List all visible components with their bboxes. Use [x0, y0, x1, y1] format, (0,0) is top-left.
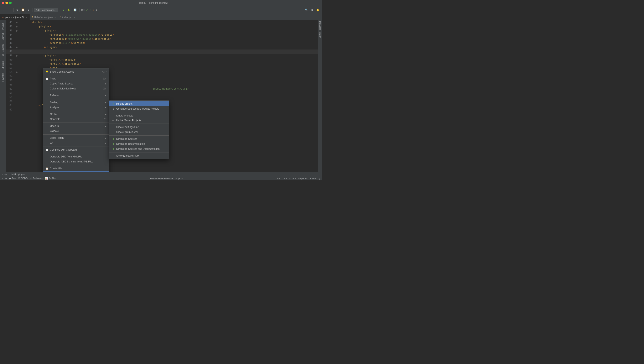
- statusbar-git-button[interactable]: ⑂ Git: [2, 177, 7, 180]
- dtd-icon: [45, 155, 49, 158]
- main-layout: Project Commit Pull Requests Structure F…: [0, 20, 322, 172]
- sidebar-item-favorites[interactable]: Favorites: [2, 71, 4, 83]
- tab-close-index[interactable]: ×: [74, 16, 75, 18]
- submenu-unlink-maven[interactable]: — Unlink Maven Projects: [109, 118, 169, 123]
- todo-icon: ☑: [18, 177, 20, 180]
- git-branch-icon: ⑂: [2, 177, 3, 180]
- menu-sep-0: [43, 75, 109, 75]
- editor-area[interactable]: 41 <build> 42 <plugins> 43 <plugin>: [6, 20, 318, 172]
- tabbar: m pom.xml (demo3) × J HelloServlet.java …: [0, 14, 322, 20]
- jsp-icon: J: [60, 16, 61, 18]
- settings-button[interactable]: ⚙: [15, 8, 20, 12]
- statusbar-profiler-button[interactable]: 📊 Profiler: [45, 177, 56, 180]
- notifications-button[interactable]: 🔔: [315, 8, 320, 12]
- coverage-button[interactable]: 📊: [72, 8, 78, 12]
- maximize-button[interactable]: [9, 2, 12, 4]
- debug-button[interactable]: 🐛: [66, 8, 72, 12]
- submenu-ignore-projects[interactable]: Ignore Projects: [109, 113, 169, 118]
- sidebar-item-pull-requests[interactable]: Pull Requests: [2, 43, 4, 59]
- tab-pom-xml[interactable]: m pom.xml (demo3) ×: [0, 14, 30, 20]
- menu-item-git[interactable]: Git ▶: [43, 140, 109, 146]
- statusbar-todo-button[interactable]: ☑ TODO: [18, 177, 28, 180]
- menu-sep-8: [43, 165, 109, 165]
- menu-item-analyze[interactable]: Analyze ▶: [43, 105, 109, 110]
- back-button[interactable]: ←: [2, 8, 6, 12]
- folding-icon: [45, 101, 49, 104]
- git-check-icon: ✓: [86, 8, 88, 12]
- submenu-generate-sources[interactable]: ⚙ Generate Sources and Update Folders: [109, 106, 169, 111]
- toolbar-separator-3: [60, 8, 60, 12]
- tab-close-pom[interactable]: ×: [26, 16, 28, 18]
- add-configuration-button[interactable]: Add Configuration...: [34, 8, 58, 12]
- code-line-48: 48: [6, 50, 318, 54]
- menu-item-paste[interactable]: 📋 Paste ⌘V: [43, 76, 109, 81]
- minimize-button[interactable]: [6, 2, 8, 4]
- menu-item-generate-dtd[interactable]: Generate DTD from XML File: [43, 154, 109, 159]
- tab-close-hello[interactable]: ×: [54, 16, 56, 18]
- menu-item-copy-paste-special[interactable]: Copy / Paste Special ▶: [43, 81, 109, 86]
- menu-item-show-context[interactable]: 💡 Show Context Actions ⌥↩: [43, 69, 109, 74]
- ignore-icon: [112, 114, 115, 117]
- event-log-button[interactable]: Event Log: [310, 177, 320, 180]
- git-icon: [45, 141, 49, 144]
- sidebar-item-maven[interactable]: Maven: [319, 31, 321, 39]
- code-line-51: 51 <arti…>…</artifactId>: [6, 62, 318, 66]
- refresh-button[interactable]: ↺: [26, 8, 30, 12]
- submenu-download-docs[interactable]: ⬇ Download Documentation: [109, 142, 169, 146]
- statusbar-problems-button[interactable]: ⚠ Problems: [30, 177, 43, 180]
- run-button[interactable]: ▶: [62, 8, 66, 12]
- profiler-icon: 📊: [45, 177, 48, 180]
- xml-icon: m: [2, 16, 4, 18]
- sidebar-item-commit[interactable]: Commit: [2, 32, 4, 42]
- code-line-47: 47 </plugin>: [6, 45, 318, 50]
- menu-item-compare-clipboard[interactable]: 📋 Compare with Clipboard: [43, 147, 109, 152]
- submenu-sep-2: [109, 124, 169, 124]
- statusbar-run-button[interactable]: ▶ Run: [9, 177, 16, 180]
- code-line-50: 50 <grou…>…</groupId>: [6, 58, 318, 62]
- menu-item-column-selection[interactable]: Column Selection Mode ⇧⌘8: [43, 86, 109, 91]
- forward-button[interactable]: →: [7, 8, 12, 12]
- line-ending: LF: [284, 177, 287, 180]
- submenu-download-sources[interactable]: ⬇ Download Sources: [109, 136, 169, 142]
- vcs-button[interactable]: 🔀: [20, 8, 26, 12]
- breadcrumb-bar: project › build › plugins: [0, 172, 322, 176]
- git-extra-icon: ⊕: [96, 8, 97, 11]
- menu-item-refactor[interactable]: Refactor ▶: [43, 93, 109, 98]
- problems-icon: ⚠: [30, 177, 32, 180]
- context-menu: 💡 Show Context Actions ⌥↩ 📋 Paste ⌘V Cop…: [43, 68, 109, 172]
- menu-item-open-in[interactable]: Open In ▶: [43, 124, 109, 128]
- submenu-reload-project[interactable]: ↺ Reload project: [109, 101, 169, 106]
- sidebar-item-project[interactable]: Project: [2, 22, 4, 31]
- menu-sep-5: [43, 134, 109, 134]
- menu-item-validate[interactable]: Validate: [43, 128, 109, 134]
- close-button[interactable]: [2, 2, 4, 4]
- tab-index-jsp[interactable]: J index.jsp ×: [58, 14, 78, 20]
- tab-hello-servlet[interactable]: J HelloServlet.java ×: [30, 14, 58, 20]
- submenu-create-profiles[interactable]: Create 'profiles.xml': [109, 130, 169, 134]
- submenu-show-pom[interactable]: Show Effective POM: [109, 153, 169, 158]
- menu-item-generate-xsd[interactable]: Generate XSD Schema from XML File...: [43, 159, 109, 164]
- sidebar-item-database[interactable]: Database: [319, 20, 321, 31]
- settings-xml-icon: [112, 126, 115, 129]
- run-status-icon: ▶: [9, 177, 11, 180]
- search-everywhere-button[interactable]: 🔍: [304, 8, 309, 12]
- menu-item-goto[interactable]: Go To ▶: [43, 112, 109, 117]
- submenu-create-settings[interactable]: Create 'settings.xml': [109, 124, 169, 130]
- menu-item-local-history[interactable]: Local History ▶: [43, 136, 109, 140]
- code-line-49: 49 <plugin>: [6, 54, 318, 58]
- submenu-download-both[interactable]: ⬇ Download Sources and Documentation: [109, 146, 169, 152]
- menu-item-generate[interactable]: Generate... ^N: [43, 117, 109, 122]
- sidebar-item-structure[interactable]: Structure: [2, 59, 4, 71]
- submenu-sep-1: [109, 112, 169, 112]
- breadcrumb-project: project: [2, 173, 8, 176]
- settings-gear-button[interactable]: ⚙: [310, 8, 314, 12]
- analyze-icon: [45, 106, 49, 109]
- menu-sep-1: [43, 92, 109, 92]
- statusbar: ⑂ Git ▶ Run ☑ TODO ⚠ Problems 📊 Profiler…: [0, 176, 322, 180]
- titlebar: demo3 – pom.xml (demo3): [0, 0, 322, 6]
- menu-sep-7: [43, 153, 109, 153]
- menu-item-create-gist[interactable]: 📋 Create Gist...: [43, 166, 109, 171]
- menu-item-folding[interactable]: Folding ▶: [43, 100, 109, 105]
- tab-label-hello: HelloServlet.java: [34, 16, 53, 19]
- menu-item-maven[interactable]: m Maven ▶ ↺ Reload project ⚙ Generate So…: [43, 171, 109, 172]
